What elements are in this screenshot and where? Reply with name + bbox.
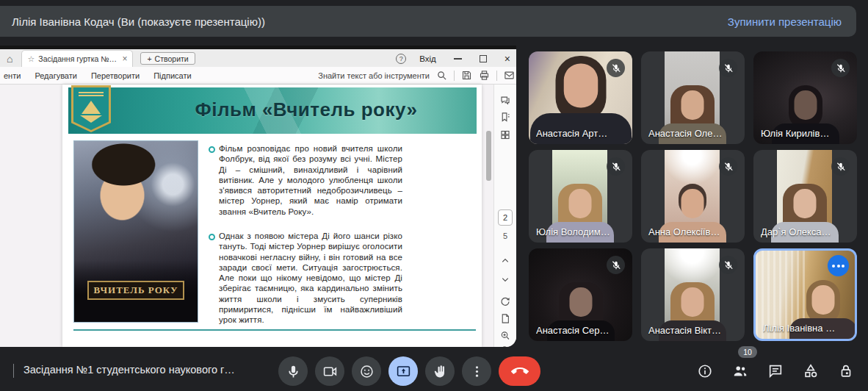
mail-icon[interactable]	[504, 70, 515, 81]
search-label[interactable]: Знайти текст або інструменти	[318, 71, 430, 80]
close-icon[interactable]: ×	[504, 55, 510, 62]
participant-tile[interactable]: Дар`я Олекса…	[753, 150, 857, 243]
bullet-marker	[209, 146, 215, 153]
participant-tile[interactable]: Анна Олексіїв…	[641, 150, 745, 243]
people-icon[interactable]	[732, 363, 748, 379]
pdf-document-area: Фільм «Вчитель року» ВЧИТЕЛЬ РОКУ Фільм …	[0, 85, 493, 347]
plus-icon: +	[147, 54, 151, 63]
slide-title-banner: Фільм «Вчитель року»	[68, 87, 477, 134]
slide-title: Фільм «Вчитель року»	[142, 98, 471, 121]
participant-name: Дар`я Олекса…	[761, 226, 831, 237]
mic-muted-badge	[831, 59, 850, 77]
home-icon[interactable]: ⌂	[7, 53, 12, 65]
window-controls: ? Вхід ×	[396, 54, 510, 64]
participant-tile[interactable]: Анастасія Арт…	[529, 51, 632, 144]
menu-item-edit[interactable]: Редагувати	[35, 71, 77, 80]
participant-name: Анастасія Арт…	[536, 128, 607, 139]
participant-name: Лілія Іванівна …	[763, 323, 835, 334]
pdf-right-sidebar: 2 5	[493, 85, 516, 347]
pdf-menu-bar: енти Редагувати Перетворити Підписати Зн…	[0, 67, 516, 85]
zoom-in-icon[interactable]	[500, 330, 511, 341]
participant-tile[interactable]: Анастасія Сер…	[529, 248, 632, 341]
mic-muted-badge	[719, 157, 737, 176]
university-logo	[71, 85, 111, 132]
university-logo-shield	[73, 87, 109, 130]
favorite-star-icon[interactable]: ☆	[27, 54, 35, 64]
poster-caption: ВЧИТЕЛЬ РОКУ	[87, 281, 184, 300]
call-controls	[278, 356, 540, 386]
meeting-panels	[697, 363, 854, 379]
tab-close-icon[interactable]: ×	[122, 54, 127, 64]
zoom-out-icon[interactable]	[500, 345, 511, 347]
menu-item-0[interactable]: енти	[4, 71, 21, 80]
stop-presenting-button[interactable]: Зупинити презентацію	[728, 15, 842, 28]
total-pages-label: 5	[503, 232, 507, 240]
toolbar-right: Знайти текст або інструменти	[318, 67, 515, 84]
end-call-button[interactable]	[499, 356, 540, 386]
mic-muted-badge	[607, 157, 625, 176]
present-screen-button[interactable]	[388, 356, 418, 386]
presenting-banner: Лілія Іванівна Кодач (Ви (показуєте през…	[0, 6, 856, 37]
participant-tile[interactable]: Анастасія Оле…	[641, 51, 745, 144]
next-page-icon[interactable]	[500, 274, 511, 285]
bookmarks-icon[interactable]	[500, 112, 511, 123]
comments-icon[interactable]	[500, 95, 511, 106]
minimize-icon[interactable]	[454, 58, 462, 60]
participant-grid: Анастасія Арт… Анастасія Оле… Юлія Кирил…	[529, 51, 857, 341]
mic-muted-badge	[719, 59, 737, 77]
participant-name: Анна Олексіїв…	[648, 226, 720, 237]
slide-footer-rule	[73, 329, 476, 331]
mic-muted-badge	[831, 157, 850, 176]
raise-hand-button[interactable]	[425, 356, 455, 386]
slide-bullet-2: Однак з появою містера Ді його шанси різ…	[219, 231, 402, 325]
participant-tile[interactable]: Юлія Володим…	[529, 150, 632, 243]
presenter-label: Лілія Іванівна Кодач (Ви (показуєте през…	[12, 15, 265, 28]
mic-muted-badge	[607, 59, 625, 77]
vertical-scrollbar[interactable]	[486, 131, 491, 181]
menu-item-convert[interactable]: Перетворити	[91, 71, 140, 80]
pdf-tab-bar: ⌂ ☆ Засідання гуртка №… × + Створити ? В…	[0, 49, 516, 67]
tab-title: Засідання гуртка №…	[38, 54, 118, 63]
help-icon[interactable]: ?	[396, 54, 406, 64]
mic-button[interactable]	[278, 356, 308, 386]
mic-muted-badge	[607, 256, 625, 274]
participant-count-badge: 10	[738, 346, 757, 358]
meet-control-bar: Засідання №1 студентського наукового г…	[0, 351, 868, 391]
maximize-icon[interactable]	[480, 55, 487, 62]
activities-icon[interactable]	[803, 363, 819, 379]
rotate-icon[interactable]	[500, 296, 511, 307]
login-button[interactable]: Вхід	[419, 54, 436, 63]
previous-page-icon[interactable]	[500, 255, 511, 266]
more-options-button[interactable]	[462, 356, 491, 386]
chat-icon[interactable]	[767, 363, 784, 379]
bullet-marker	[209, 234, 215, 240]
participant-name: Анастасія Сер…	[536, 325, 610, 336]
divider	[13, 364, 14, 378]
current-page-input[interactable]: 2	[498, 209, 513, 226]
camera-button[interactable]	[315, 356, 344, 386]
save-icon[interactable]	[461, 70, 472, 81]
participant-name: Анастасія Оле…	[648, 128, 722, 139]
print-icon[interactable]	[479, 70, 490, 81]
participant-tile[interactable]: Анастасія Вікт…	[641, 248, 745, 341]
info-icon[interactable]	[697, 363, 713, 379]
participant-name: Анастасія Вікт…	[648, 325, 721, 336]
search-icon[interactable]	[436, 70, 447, 81]
menu-item-sign[interactable]: Підписати	[153, 71, 191, 80]
host-controls-icon[interactable]	[838, 363, 854, 379]
reactions-button[interactable]	[352, 356, 381, 386]
toolbar-divider	[496, 71, 497, 81]
slide-page: Фільм «Вчитель року» ВЧИТЕЛЬ РОКУ Фільм …	[62, 85, 482, 347]
thumbnails-icon[interactable]	[500, 129, 511, 140]
new-tab-button[interactable]: + Створити	[140, 52, 195, 65]
participant-tile-self-active[interactable]: Лілія Іванівна …	[753, 248, 857, 341]
document-tab[interactable]: ☆ Засідання гуртка №… ×	[21, 50, 133, 67]
tile-more-options-button[interactable]	[828, 255, 849, 276]
mic-muted-badge	[719, 256, 737, 274]
participant-tile[interactable]: Юлія Кирилів…	[753, 51, 857, 144]
toolbar-divider	[454, 71, 455, 81]
shared-screen-window: ⌂ ☆ Засідання гуртка №… × + Створити ? В…	[0, 46, 516, 347]
participant-name: Юлія Володим…	[536, 226, 610, 237]
page-view-icon[interactable]	[500, 313, 511, 324]
movie-poster: ВЧИТЕЛЬ РОКУ	[73, 140, 198, 323]
